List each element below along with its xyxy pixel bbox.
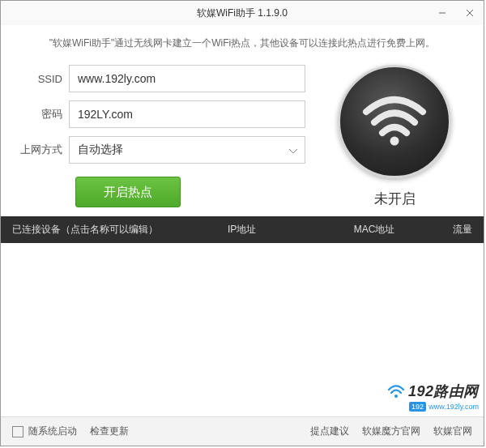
col-ip: IP地址 <box>228 223 326 237</box>
description-text: "软媒WiFi助手"通过无线网卡建立一个WiFi热点，其他设备可以连接此热点进行… <box>1 25 484 65</box>
status-panel: 未开启 <box>305 65 467 208</box>
col-device: 已连接设备（点击名称可以编辑） <box>12 223 228 237</box>
method-label: 上网方式 <box>17 143 69 157</box>
app-window: 软媒WiFi助手 1.1.9.0 "软媒WiFi助手"通过无线网卡建立一个WiF… <box>0 0 484 446</box>
start-hotspot-button[interactable]: 开启热点 <box>75 177 181 207</box>
window-title: 软媒WiFi助手 1.1.9.0 <box>197 6 288 20</box>
config-form: SSID 密码 上网方式 开启热点 <box>17 65 305 208</box>
titlebar: 软媒WiFi助手 1.1.9.0 <box>1 1 484 25</box>
ssid-label: SSID <box>17 73 69 85</box>
device-table-header: 已连接设备（点击名称可以编辑） IP地址 MAC地址 流量 <box>1 216 484 243</box>
watermark-url: www.192ly.com <box>428 403 479 411</box>
col-mac: MAC地址 <box>326 223 424 237</box>
autostart-label: 随系统启动 <box>28 425 77 438</box>
col-traffic: 流量 <box>424 223 472 237</box>
window-controls <box>428 1 484 25</box>
wifi-icon <box>362 96 427 148</box>
svg-point-4 <box>394 395 398 398</box>
wifi-logo-icon <box>387 384 405 399</box>
watermark: 192路由网 192 www.192ly.com <box>387 382 479 412</box>
check-update-link[interactable]: 检查更新 <box>90 425 129 438</box>
watermark-badge: 192 <box>409 402 426 412</box>
ruanmei-link[interactable]: 软媒官网 <box>433 425 472 438</box>
checkbox-icon <box>12 426 23 437</box>
watermark-brand: 192路由网 <box>408 382 479 401</box>
password-label: 密码 <box>17 107 69 122</box>
footer-bar: 随系统启动 检查更新 提点建议 软媒魔方官网 软媒官网 <box>1 416 484 446</box>
feedback-link[interactable]: 提点建议 <box>310 425 349 438</box>
svg-point-3 <box>390 136 399 145</box>
main-area: SSID 密码 上网方式 开启热点 <box>1 65 484 216</box>
device-table-body <box>1 243 484 365</box>
autostart-checkbox[interactable]: 随系统启动 <box>12 425 77 438</box>
minimize-button[interactable] <box>428 1 456 25</box>
close-button[interactable] <box>456 1 484 25</box>
wifi-status-icon <box>338 65 451 178</box>
status-text: 未开启 <box>374 190 416 208</box>
password-input[interactable] <box>69 100 305 128</box>
ruanmei-mofang-link[interactable]: 软媒魔方官网 <box>362 425 420 438</box>
ssid-input[interactable] <box>69 65 305 92</box>
method-select[interactable] <box>69 136 305 164</box>
